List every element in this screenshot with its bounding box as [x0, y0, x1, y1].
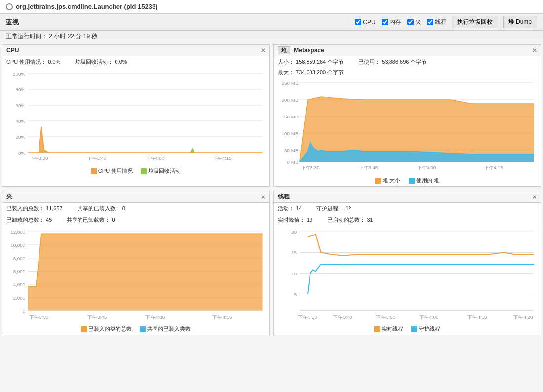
class-close-btn[interactable]: ×	[261, 193, 265, 201]
svg-text:下午4:00: 下午4:00	[417, 165, 436, 170]
threads-stats2: 实时峰值： 19 已启动的总数： 31	[274, 214, 541, 226]
svg-text:6,000: 6,000	[13, 269, 26, 274]
threads-chart: 20 15 10 5 下午3:30 下午3:40 下午3:50 下午4:00 下…	[274, 226, 541, 324]
metaspace-stats2: 最大： 734,003,200 个字节	[274, 68, 541, 77]
svg-text:250 MB: 250 MB	[282, 80, 299, 86]
cpu-close-btn[interactable]: ×	[261, 46, 265, 54]
threads-stats: 活动： 14 守护进程： 12	[274, 203, 541, 214]
metaspace-chart-svg: 250 MB 200 MB 150 MB 100 MB 50 MB 0 MB 下…	[278, 78, 537, 172]
class-panel: 夹 × 已装入的总数： 11,657 共享的已装入数： 0 已卸载的总数： 45…	[2, 191, 270, 335]
class-shared-legend-box	[140, 326, 146, 332]
svg-text:20%: 20%	[16, 134, 26, 140]
checkbox-thread[interactable]: 线程	[427, 18, 447, 26]
gc-button[interactable]: 执行垃圾回收	[452, 16, 498, 28]
metaspace-stats: 大小： 158,859,264 个字节 已使用： 53,886,696 个字节	[274, 56, 541, 68]
toolbar-label: 蓝视	[6, 18, 19, 27]
cpu-panel-header: CPU ×	[2, 45, 269, 56]
threads-panel: 线程 × 活动： 14 守护进程： 12 实时峰值： 19 已启动的总数： 31	[273, 191, 541, 335]
svg-text:15: 15	[291, 250, 297, 256]
svg-text:8,000: 8,000	[13, 256, 26, 261]
checkbox-group: CPU 内存 夹 线程	[355, 18, 446, 26]
heap-dump-button[interactable]: 堆 Dump	[503, 16, 537, 28]
cpu-gc-legend-box	[141, 168, 147, 174]
class-chart-svg: 12,000 10,000 8,000 6,000 4,000 2,000 0 …	[6, 227, 265, 320]
metaspace-panel-header: 堆 Metaspace ×	[274, 45, 541, 56]
title-bar: org.jetbrains.jps.cmdline.Launcher (pid …	[0, 0, 543, 14]
svg-text:150 MB: 150 MB	[282, 114, 299, 119]
svg-text:200 MB: 200 MB	[282, 97, 299, 103]
checkbox-memory[interactable]: 内存	[382, 18, 401, 26]
svg-text:下午3:45: 下午3:45	[87, 314, 107, 320]
class-panel-header: 夹 ×	[2, 191, 269, 203]
svg-text:下午3:30: 下午3:30	[298, 314, 317, 320]
threads-chart-svg: 20 15 10 5 下午3:30 下午3:40 下午3:50 下午4:00 下…	[278, 227, 537, 320]
svg-text:50 MB: 50 MB	[284, 148, 298, 153]
svg-marker-17	[190, 148, 195, 153]
class-chart: 12,000 10,000 8,000 6,000 4,000 2,000 0 …	[2, 226, 269, 324]
svg-text:下午4:10: 下午4:10	[467, 314, 487, 320]
svg-text:下午4:00: 下午4:00	[146, 156, 164, 161]
metaspace-close-btn[interactable]: ×	[533, 46, 537, 54]
svg-text:下午3:30: 下午3:30	[301, 165, 320, 170]
svg-text:下午4:15: 下午4:15	[213, 156, 232, 161]
window-title: org.jetbrains.jps.cmdline.Launcher (pid …	[16, 3, 158, 10]
main-toolbar: 蓝视 CPU 内存 夹 线程 执行垃圾回收 堆 Dump	[0, 14, 543, 31]
svg-text:100%: 100%	[13, 71, 26, 77]
checkbox-cpu[interactable]: CPU	[355, 19, 375, 26]
svg-text:2,000: 2,000	[13, 295, 26, 301]
svg-text:80%: 80%	[16, 87, 26, 92]
svg-text:下午4:00: 下午4:00	[145, 314, 165, 320]
svg-text:60%: 60%	[16, 103, 26, 108]
svg-text:0%: 0%	[18, 150, 26, 156]
svg-text:下午4:00: 下午4:00	[419, 314, 439, 320]
metaspace-panel: 堆 Metaspace × 大小： 158,859,264 个字节 已使用： 5…	[273, 44, 541, 187]
svg-text:下午4:15: 下午4:15	[484, 165, 503, 170]
window-icon	[6, 3, 13, 10]
live-thread-legend-box	[374, 326, 380, 332]
panels-grid: CPU × CPU 使用情况： 0.0% 垃圾回收活动： 0.0%	[0, 42, 543, 337]
svg-text:下午3:50: 下午3:50	[376, 314, 395, 320]
svg-text:下午3:45: 下午3:45	[359, 165, 378, 170]
svg-text:0: 0	[23, 309, 25, 314]
class-legend: 已装入的类的总数 共享的已装入类数	[2, 324, 269, 335]
svg-text:5: 5	[294, 292, 297, 297]
uptime-label: 正常运行时间： 2 小时 22 分 19 秒	[6, 32, 97, 40]
metaspace-legend: 堆 大小 使用的 堆	[274, 176, 541, 186]
class-stats2: 已卸载的总数： 45 共享的已卸载数： 0	[2, 214, 269, 226]
svg-marker-54	[28, 234, 263, 310]
svg-text:10,000: 10,000	[10, 242, 25, 248]
threads-close-btn[interactable]: ×	[533, 193, 537, 201]
svg-text:下午3:45: 下午3:45	[87, 156, 106, 161]
svg-marker-16	[28, 128, 263, 153]
svg-text:10: 10	[291, 271, 297, 276]
metaspace-chart: 250 MB 200 MB 150 MB 100 MB 50 MB 0 MB 下…	[274, 77, 541, 176]
svg-text:40%: 40%	[16, 118, 26, 124]
cpu-usage-legend-box	[91, 168, 97, 174]
svg-text:下午3:30: 下午3:30	[29, 314, 49, 320]
cpu-panel: CPU × CPU 使用情况： 0.0% 垃圾回收活动： 0.0%	[2, 44, 270, 187]
svg-text:下午4:15: 下午4:15	[212, 314, 232, 320]
meta-size-legend-box	[375, 178, 381, 184]
metaspace-tab-icon: 堆	[278, 46, 290, 54]
svg-text:下午4:20: 下午4:20	[513, 314, 533, 320]
cpu-stats: CPU 使用情况： 0.0% 垃圾回收活动： 0.0%	[2, 56, 269, 68]
svg-text:4,000: 4,000	[13, 282, 26, 287]
svg-text:12,000: 12,000	[10, 230, 25, 235]
svg-text:下午3:40: 下午3:40	[333, 314, 352, 320]
daemon-thread-legend-box	[411, 326, 417, 332]
svg-text:下午3:30: 下午3:30	[30, 156, 48, 161]
svg-text:100 MB: 100 MB	[282, 131, 299, 136]
threads-panel-header: 线程 ×	[274, 191, 541, 203]
svg-text:20: 20	[291, 230, 297, 235]
svg-text:0 MB: 0 MB	[287, 159, 299, 165]
cpu-chart: 100% 80% 60% 40% 20% 0% 下午3:30 下午3:45 下午…	[2, 68, 269, 166]
sub-toolbar: 正常运行时间： 2 小时 22 分 19 秒	[0, 31, 543, 42]
threads-legend: 实时线程 守护线程	[274, 324, 541, 335]
cpu-legend: CPU 使用情况 垃圾回收活动	[2, 166, 269, 177]
toolbar-right: CPU 内存 夹 线程 执行垃圾回收 堆 Dump	[355, 16, 537, 28]
meta-used-legend-box	[409, 178, 415, 184]
class-total-legend-box	[81, 326, 87, 332]
class-stats: 已装入的总数： 11,657 共享的已装入数： 0	[2, 203, 269, 214]
checkbox-class[interactable]: 夹	[407, 18, 421, 26]
cpu-chart-svg: 100% 80% 60% 40% 20% 0% 下午3:30 下午3:45 下午…	[6, 69, 265, 162]
